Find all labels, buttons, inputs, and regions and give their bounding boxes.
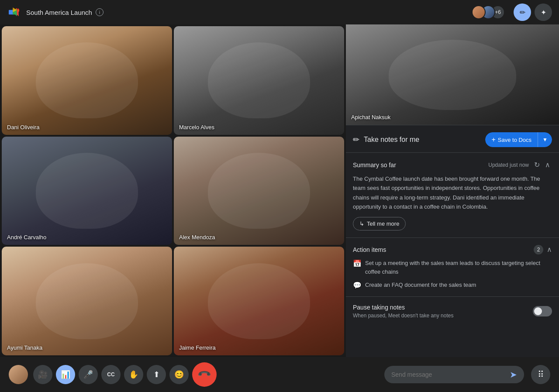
my-avatar (9, 365, 28, 384)
summary-section: Summary so far Updated just now ↻ ∧ The … (346, 153, 559, 238)
pause-title: Pause taking notes (353, 304, 533, 311)
action-items-header: Action items 2 ∧ (353, 245, 552, 254)
participant-name-andre: André Carvalho (7, 234, 46, 241)
video-tile-apichat: Apichat Naksuk (346, 24, 559, 125)
participant-name-dani: Dani Oliveira (7, 124, 39, 131)
avatar-1 (472, 5, 486, 19)
collapse-summary-button[interactable]: ∧ (543, 160, 552, 170)
notes-panel-header: ✏ Take notes for me + Save to Docs ▼ (346, 125, 559, 153)
pencil-icon: ✏ (353, 135, 359, 144)
participant-name-jaime: Jaime Ferreira (179, 344, 216, 351)
notes-icon-button[interactable]: ✏ (514, 3, 531, 21)
updated-label: Updated just now (488, 162, 529, 168)
participant-name-alex: Alex Mendoza (179, 234, 215, 241)
calendar-emoji: 📅 (353, 259, 362, 268)
chat-send-button[interactable]: ➤ (510, 369, 517, 380)
save-to-docs-button[interactable]: + Save to Docs (485, 132, 538, 147)
summary-header: Summary so far Updated just now ↻ ∧ (353, 160, 552, 170)
video-grid: Dani Oliveira Marcelo Alves André Carval… (0, 24, 346, 357)
more-options-button[interactable]: ⠿ (531, 365, 550, 384)
participants-avatars[interactable]: +6 (472, 5, 505, 19)
video-tile-marcelo: Marcelo Alves (174, 26, 344, 135)
notes-panel: ✏ Take notes for me + Save to Docs ▼ Sum… (346, 125, 559, 357)
save-to-docs-chevron[interactable]: ▼ (538, 132, 552, 147)
bottom-bar: 🎥 📊 🎤 CC ✋ ⬆ 😊 📞 ➤ ⠿ (0, 357, 559, 392)
action-count-badge: 2 (534, 245, 543, 254)
action-item-2: 💬 Create an FAQ document for the sales t… (353, 281, 552, 289)
unmute-button[interactable]: 🎤 (79, 365, 98, 384)
gemini-icon-button[interactable]: ✦ (535, 3, 552, 21)
raise-hand-button[interactable]: ✋ (124, 365, 143, 384)
top-bar: South America Launch i +6 ✏ ✦ (0, 0, 559, 24)
save-to-docs-label: Save to Docs (498, 137, 531, 143)
mic-button[interactable]: 📊 (56, 365, 75, 384)
camera-button[interactable]: 🎥 (33, 365, 52, 384)
captions-button[interactable]: CC (101, 365, 121, 384)
save-to-docs-btn-group: + Save to Docs ▼ (485, 132, 552, 147)
pause-subtitle: When paused, Meet doesn't take any notes (353, 313, 533, 319)
info-icon[interactable]: i (96, 8, 104, 16)
arrow-icon: ↳ (359, 220, 364, 227)
action-item-1-text: Set up a meeting with the sales team lea… (365, 259, 552, 276)
action-items-section: Action items 2 ∧ 📅 Set up a meeting with… (346, 238, 559, 297)
action-items-title: Action items (353, 246, 534, 253)
meeting-title: South America Launch (26, 9, 92, 16)
chat-input-area: ➤ (384, 366, 524, 383)
panel-title: Take notes for me (364, 136, 485, 144)
video-tile-ayumi: Ayumi Tanaka (2, 247, 172, 355)
action-item-1: 📅 Set up a meeting with the sales team l… (353, 259, 552, 276)
present-button[interactable]: ⬆ (147, 365, 166, 384)
plus-icon: + (491, 136, 495, 144)
chat-emoji: 💬 (353, 281, 362, 289)
summary-title: Summary so far (353, 162, 488, 168)
tell-me-more-label: Tell me more (367, 220, 399, 227)
chat-input[interactable] (391, 371, 506, 378)
participant-name-apichat: Apichat Naksuk (351, 114, 390, 120)
action-item-2-text: Create an FAQ document for the sales tea… (365, 281, 476, 289)
participant-name-marcelo: Marcelo Alves (179, 124, 214, 131)
google-meet-logo (7, 5, 21, 19)
participant-name-ayumi: Ayumi Tanaka (7, 344, 42, 351)
pause-section: Pause taking notes When paused, Meet doe… (346, 297, 559, 326)
emoji-button[interactable]: 😊 (169, 365, 189, 384)
collapse-action-items-button[interactable]: ∧ (547, 245, 552, 254)
video-tile-jaime: Jaime Ferreira (174, 247, 344, 355)
pause-text: Pause taking notes When paused, Meet doe… (353, 304, 533, 319)
summary-text: The Cymbal Coffee launch date has been b… (353, 174, 552, 212)
video-tile-andre: André Carvalho (2, 137, 172, 245)
pause-toggle[interactable] (533, 306, 552, 316)
tell-me-more-button[interactable]: ↳ Tell me more (353, 217, 406, 230)
video-tile-alex: Alex Mendoza (174, 137, 344, 245)
video-tile-dani: Dani Oliveira (2, 26, 172, 135)
end-call-button[interactable]: 📞 (187, 357, 221, 392)
refresh-icon-button[interactable]: ↻ (532, 160, 542, 170)
